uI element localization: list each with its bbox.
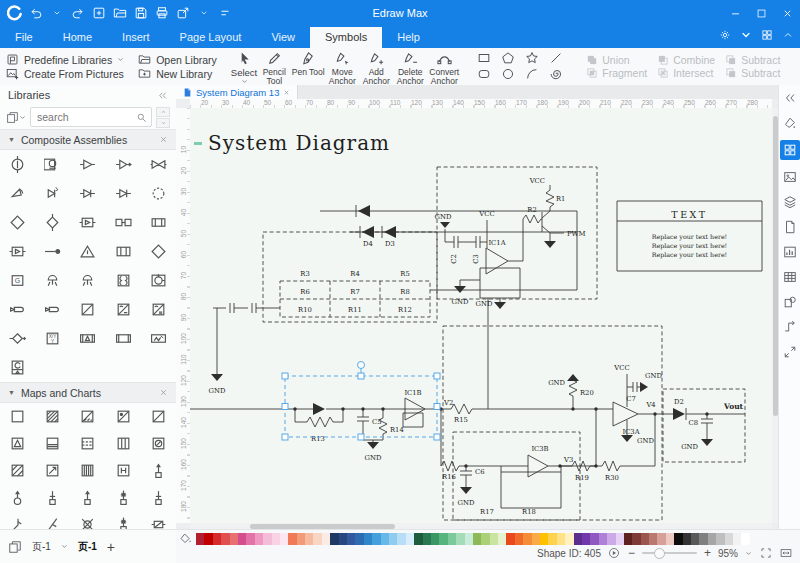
library-symbol-protective-earth[interactable] xyxy=(70,237,105,266)
selection-handle[interactable] xyxy=(434,404,440,410)
fullscreen-icon[interactable] xyxy=(759,547,772,560)
close-button[interactable] xyxy=(774,0,800,26)
library-symbol-boxed-coupling[interactable] xyxy=(141,208,176,237)
library-symbol-metered-device[interactable] xyxy=(35,150,70,179)
color-swatch[interactable] xyxy=(389,533,397,545)
color-swatch[interactable] xyxy=(456,533,464,545)
library-symbol-hatched-area[interactable] xyxy=(35,403,70,430)
color-swatch[interactable] xyxy=(196,533,204,545)
library-symbol-triangulation-point[interactable] xyxy=(70,484,105,511)
color-swatch[interactable] xyxy=(632,533,640,545)
library-symbol-generator-box[interactable]: G xyxy=(0,266,35,295)
color-swatch[interactable] xyxy=(204,533,212,545)
section-header-maps-and-charts[interactable]: ▼Maps and Charts xyxy=(0,382,176,403)
library-symbol-attenuator[interactable] xyxy=(141,150,176,179)
color-swatch[interactable] xyxy=(699,533,707,545)
library-symbol-dense-hatched-area[interactable] xyxy=(70,457,105,484)
zoom-level[interactable]: 95% xyxy=(718,548,738,559)
table-icon[interactable] xyxy=(782,269,798,285)
library-symbol-marked-area[interactable] xyxy=(106,403,141,430)
library-symbol-buffer-amplifier[interactable] xyxy=(106,150,141,179)
library-symbol-converter-box[interactable] xyxy=(70,295,105,324)
selection-handle[interactable] xyxy=(434,434,440,440)
color-swatch[interactable] xyxy=(515,533,523,545)
layers-icon[interactable] xyxy=(782,194,798,210)
color-swatch[interactable] xyxy=(565,533,573,545)
create-from-pictures-button[interactable]: Create From Pictures xyxy=(6,67,124,80)
library-symbol-horn-speaker[interactable] xyxy=(0,179,35,208)
document-tab[interactable]: System Diagram 13 xyxy=(176,85,298,99)
format-styles-icon[interactable] xyxy=(782,115,798,131)
page-setup-icon[interactable] xyxy=(782,219,798,235)
pencil-tool-button[interactable]: Pencil Tool xyxy=(257,48,291,85)
library-symbol-boxed-amplifier[interactable] xyxy=(0,237,35,266)
collapse-panel-icon[interactable] xyxy=(782,90,798,106)
chevron-down-icon[interactable] xyxy=(61,543,68,550)
color-swatch[interactable] xyxy=(339,533,347,545)
selection-handle[interactable] xyxy=(282,404,288,410)
color-swatch[interactable] xyxy=(465,533,473,545)
color-swatch[interactable] xyxy=(280,533,288,545)
library-symbol-transformer-assembly[interactable] xyxy=(106,266,141,295)
library-symbol-inverter-box[interactable] xyxy=(141,295,176,324)
drawing-canvas[interactable]: GNDD4D3R3R4R5R6R7R8R10R11R12GNDC2C3VCCVC… xyxy=(190,108,772,523)
pen-tool-button[interactable]: Pen Tool xyxy=(291,48,325,85)
settings-gear-icon[interactable] xyxy=(719,29,731,41)
fill-color-icon[interactable] xyxy=(179,532,193,546)
search-icon[interactable] xyxy=(136,112,147,123)
menu-tab-symbols[interactable]: Symbols xyxy=(310,27,382,48)
library-symbol-junction-diamond[interactable] xyxy=(141,237,176,266)
select-tool-button[interactable]: Select xyxy=(231,48,257,85)
export-share-icon[interactable] xyxy=(174,5,191,22)
library-symbol-bridge-area[interactable] xyxy=(106,457,141,484)
library-symbol-station-symbol[interactable] xyxy=(106,511,141,530)
add-page-button[interactable]: + xyxy=(107,539,115,555)
search-input[interactable] xyxy=(35,110,136,124)
selection-handle[interactable] xyxy=(358,373,364,379)
library-symbol-survey-point-square[interactable] xyxy=(141,457,176,484)
predefine-libraries-button[interactable]: Predefine Libraries xyxy=(6,53,124,66)
convert-anchor-button[interactable]: Convert Anchor xyxy=(427,48,461,85)
color-swatch[interactable] xyxy=(574,533,582,545)
customize-toolbar-icon[interactable] xyxy=(216,5,233,22)
open-library-button[interactable]: Open Library xyxy=(138,53,217,66)
color-swatch[interactable] xyxy=(616,533,624,545)
maximize-button[interactable] xyxy=(748,0,774,26)
shape-rounded-rectangle-button[interactable] xyxy=(477,67,492,82)
library-symbol-flow-arrow-area[interactable] xyxy=(35,457,70,484)
zoom-out-button[interactable]: − xyxy=(628,546,635,560)
page-list-label[interactable]: 页-1 xyxy=(32,540,51,554)
library-symbol-wave-area[interactable] xyxy=(70,430,105,457)
library-symbol-motor-assembly[interactable] xyxy=(141,266,176,295)
symbol-library-icon[interactable] xyxy=(780,140,800,160)
chart-icon[interactable] xyxy=(782,244,798,260)
library-symbol-plain-area[interactable] xyxy=(0,403,35,430)
library-symbol-signal-box[interactable] xyxy=(141,324,176,353)
library-symbol-thyristor-valve[interactable] xyxy=(106,179,141,208)
color-swatch[interactable] xyxy=(330,533,338,545)
color-swatch[interactable] xyxy=(381,533,389,545)
color-swatch[interactable] xyxy=(708,533,716,545)
shape-spiral-button[interactable] xyxy=(549,67,564,82)
color-swatch[interactable] xyxy=(355,533,363,545)
library-symbol-flow-diamond[interactable] xyxy=(0,208,35,237)
library-symbol-fuse-capsule[interactable] xyxy=(0,295,35,324)
color-swatch[interactable] xyxy=(322,533,330,545)
library-symbol-column-area[interactable] xyxy=(106,430,141,457)
color-swatch[interactable] xyxy=(423,533,431,545)
shape-rectangle-button[interactable] xyxy=(477,51,492,66)
shape-ellipse-button[interactable] xyxy=(501,67,516,82)
shape-arc-button[interactable] xyxy=(525,67,540,82)
print-icon[interactable] xyxy=(153,5,170,22)
color-swatch[interactable] xyxy=(683,533,691,545)
add-anchor-button[interactable]: Add Anchor xyxy=(359,48,393,85)
selection-handle[interactable] xyxy=(434,373,440,379)
color-swatch[interactable] xyxy=(691,533,699,545)
shape-line-button[interactable] xyxy=(549,51,564,66)
pages-icon[interactable] xyxy=(8,540,22,554)
library-symbol-cut-line[interactable] xyxy=(35,511,70,530)
color-swatch[interactable] xyxy=(213,533,221,545)
move-anchor-button[interactable]: Move Anchor xyxy=(325,48,359,85)
new-document-icon[interactable] xyxy=(90,5,107,22)
redo-icon[interactable] xyxy=(69,5,86,22)
